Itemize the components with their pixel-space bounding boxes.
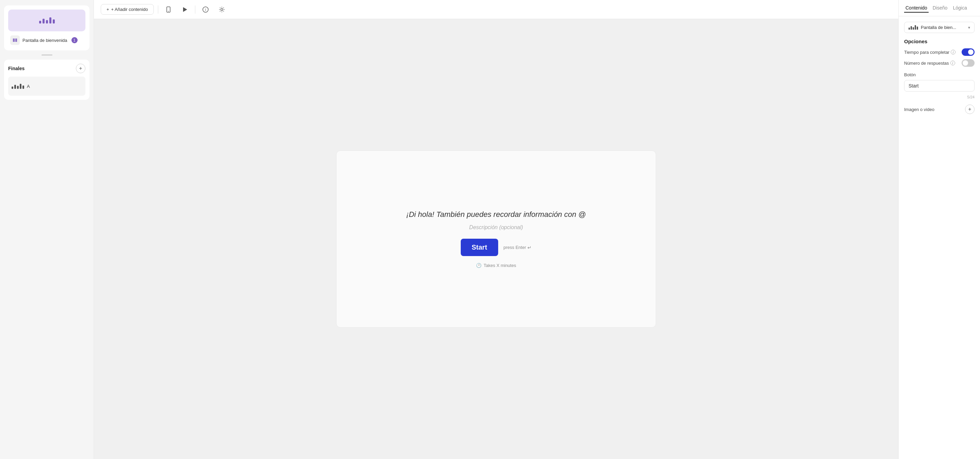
sidebar-welcome-label: Pantalla de bienvenida	[22, 38, 67, 43]
canvas-area: ¡Di hola! También puedes recordar inform…	[94, 19, 898, 459]
option-numero-label: Número de respuestas i	[904, 61, 955, 66]
finales-card-badge: A	[27, 84, 30, 89]
option-row-tiempo: Tiempo para completar i	[904, 48, 975, 56]
sidebar-welcome-badge: 1	[72, 37, 78, 43]
numero-info-icon: i	[950, 61, 955, 65]
sidebar-welcome-item-icon	[10, 35, 20, 45]
tiempo-info-icon: i	[951, 50, 956, 54]
imagen-label: Imagen o video	[904, 107, 934, 112]
finales-title: Finales	[8, 66, 24, 71]
sidebar-finales-section: Finales + A	[4, 60, 89, 100]
finales-add-button[interactable]: +	[76, 64, 86, 73]
toolbar-divider-1	[158, 5, 158, 14]
boton-char-count: 5/24	[904, 95, 975, 99]
svg-marker-5	[183, 7, 187, 12]
right-panel-tabs: Contenido Diseño Lógica	[899, 0, 980, 16]
canvas-start-button[interactable]: Start	[461, 239, 498, 256]
canvas-card: ¡Di hola! También puedes recordar inform…	[336, 150, 656, 328]
sidebar-welcome-item[interactable]: Pantalla de bienvenida 1	[8, 34, 86, 46]
canvas-time-row: 🕐 Takes X minutes	[476, 263, 516, 268]
toolbar: + + Añadir contenido i	[94, 0, 898, 19]
canvas-start-row: Start press Enter ↵	[461, 239, 531, 256]
clock-icon: 🕐	[476, 263, 482, 268]
sidebar-welcome-card[interactable]	[8, 10, 86, 31]
right-panel: Contenido Diseño Lógica Pantalla de bien…	[898, 0, 980, 459]
pantalla-selector-icon	[908, 25, 918, 30]
info-icon: i	[202, 6, 208, 13]
finales-card[interactable]: A	[8, 76, 86, 96]
opciones-section: Opciones Tiempo para completar i Número …	[904, 38, 975, 67]
tab-diseno[interactable]: Diseño	[931, 4, 949, 13]
tiempo-toggle[interactable]	[962, 48, 975, 56]
info-button[interactable]: i	[199, 3, 212, 16]
svg-rect-0	[13, 38, 14, 42]
add-content-button[interactable]: + + Añadir contenido	[101, 4, 154, 14]
add-content-label: + Añadir contenido	[111, 7, 148, 12]
pantalla-selector-label: Pantalla de bien...	[921, 25, 966, 30]
gear-icon	[219, 6, 225, 13]
tab-logica[interactable]: Lógica	[951, 4, 968, 13]
option-tiempo-label: Tiempo para completar i	[904, 50, 956, 55]
tab-contenido[interactable]: Contenido	[904, 4, 929, 13]
play-button[interactable]	[179, 3, 191, 16]
imagen-o-video-section: Imagen o video +	[904, 105, 975, 114]
enter-icon: ↵	[527, 245, 531, 250]
option-row-numero: Número de respuestas i	[904, 59, 975, 67]
mobile-preview-button[interactable]	[162, 3, 175, 16]
finales-header: Finales +	[8, 64, 86, 73]
canvas-press-enter: press Enter ↵	[504, 245, 531, 250]
finales-card-icon	[11, 84, 24, 89]
svg-point-4	[168, 11, 169, 11]
welcome-card-icon	[39, 18, 55, 24]
imagen-add-button[interactable]: +	[965, 105, 975, 114]
svg-rect-1	[14, 38, 16, 42]
svg-point-8	[221, 8, 223, 11]
boton-label: Botón	[904, 72, 975, 77]
play-icon	[182, 6, 188, 13]
svg-text:i: i	[205, 8, 206, 11]
svg-rect-2	[16, 38, 17, 42]
main-area: + + Añadir contenido i	[94, 0, 898, 459]
right-panel-body: Pantalla de bien... ▾ Opciones Tiempo pa…	[899, 16, 980, 120]
numero-toggle[interactable]	[962, 59, 975, 67]
mobile-icon	[165, 6, 172, 13]
chevron-down-icon: ▾	[968, 25, 970, 30]
boton-section: Botón 5/24	[904, 72, 975, 99]
press-enter-text: press Enter	[504, 245, 526, 250]
canvas-description[interactable]: Descripción (opcional)	[469, 225, 523, 231]
pantalla-selector[interactable]: Pantalla de bien... ▾	[904, 22, 975, 33]
sidebar: Pantalla de bienvenida 1 Finales + A	[0, 0, 94, 459]
boton-input[interactable]	[904, 80, 975, 92]
sidebar-welcome-section: Pantalla de bienvenida 1	[4, 5, 89, 50]
plus-icon: +	[107, 7, 109, 12]
settings-button[interactable]	[216, 3, 228, 16]
canvas-time-label: Takes X minutes	[484, 263, 516, 268]
canvas-title[interactable]: ¡Di hola! También puedes recordar inform…	[406, 210, 586, 219]
scroll-indicator	[4, 54, 89, 56]
opciones-title: Opciones	[904, 38, 975, 44]
